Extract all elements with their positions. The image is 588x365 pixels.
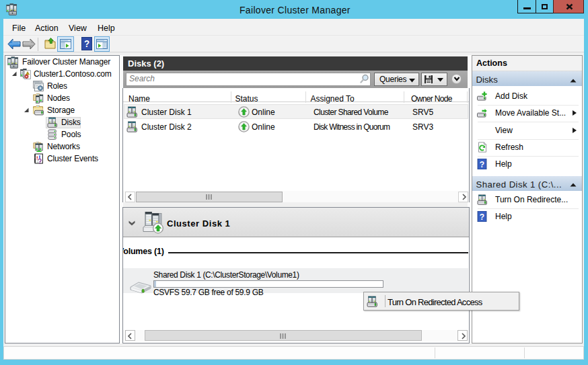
svg-text:?: ? <box>480 160 484 169</box>
svg-text:?: ? <box>84 38 89 49</box>
svg-text:?: ? <box>480 212 484 222</box>
